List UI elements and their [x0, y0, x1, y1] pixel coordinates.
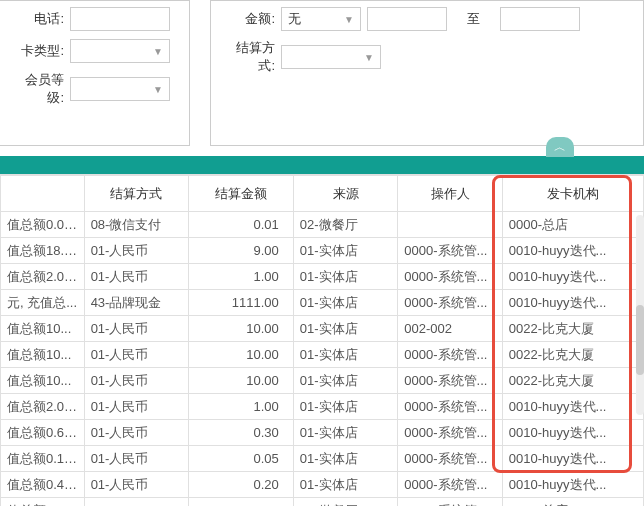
- cell-source: 01-实体店: [293, 290, 398, 316]
- table-row[interactable]: 值总额59...02-微餐厅0000-系统管...0000-总店: [1, 498, 644, 507]
- cell-method: 01-人民币: [84, 342, 189, 368]
- cell-source: 01-实体店: [293, 472, 398, 498]
- cell-operator: 0000-系统管...: [398, 264, 503, 290]
- col-header-desc[interactable]: [1, 176, 85, 212]
- cell-amount: 0.05: [189, 446, 294, 472]
- cell-source: 01-实体店: [293, 316, 398, 342]
- table-row[interactable]: 值总额2.00元01-人民币1.0001-实体店0000-系统管...0010-…: [1, 394, 644, 420]
- cell-amount: 10.00: [189, 368, 294, 394]
- phone-label: 电话:: [10, 10, 70, 28]
- cell-desc: 值总额0.04元: [1, 212, 85, 238]
- cell-desc: 元, 充值总...: [1, 290, 85, 316]
- filter-panel-right: 金额: 无 ▼ 至 结算方式: ▼: [210, 0, 644, 146]
- cell-desc: 值总额10...: [1, 316, 85, 342]
- cell-issuer: 0000-总店: [502, 498, 643, 507]
- cell-amount: [189, 498, 294, 507]
- cell-source: 01-实体店: [293, 238, 398, 264]
- cell-issuer: 0010-huyy迭代...: [502, 238, 643, 264]
- phone-input[interactable]: [70, 7, 170, 31]
- table-row[interactable]: 元, 充值总...43-品牌现金1111.0001-实体店0000-系统管...…: [1, 290, 644, 316]
- cell-operator: 0000-系统管...: [398, 394, 503, 420]
- settle-method-select[interactable]: ▼: [281, 45, 381, 69]
- cell-source: 01-实体店: [293, 368, 398, 394]
- table-row[interactable]: 值总额10...01-人民币10.0001-实体店0000-系统管...0022…: [1, 368, 644, 394]
- cell-operator: 0000-系统管...: [398, 290, 503, 316]
- chevron-up-icon: ︿: [554, 139, 566, 156]
- cell-issuer: 0010-huyy迭代...: [502, 290, 643, 316]
- cell-method: 43-品牌现金: [84, 290, 189, 316]
- cell-operator: 0000-系统管...: [398, 446, 503, 472]
- cell-amount: 0.20: [189, 472, 294, 498]
- cell-desc: 值总额18.0...: [1, 238, 85, 264]
- table-wrap: 结算方式 结算金额 来源 操作人 发卡机构 值总额0.04元08-微信支付0.0…: [0, 174, 644, 506]
- cell-amount: 1.00: [189, 394, 294, 420]
- scrollbar-thumb[interactable]: [636, 305, 644, 375]
- col-header-method[interactable]: 结算方式: [84, 176, 189, 212]
- cell-amount: 1.00: [189, 264, 294, 290]
- cell-operator: 0000-系统管...: [398, 342, 503, 368]
- col-header-issuer[interactable]: 发卡机构: [502, 176, 643, 212]
- cell-desc: 值总额0.40元: [1, 472, 85, 498]
- member-level-select[interactable]: ▼: [70, 77, 170, 101]
- cell-method: [84, 498, 189, 507]
- section-bar: ︿: [0, 156, 644, 174]
- cell-method: 01-人民币: [84, 238, 189, 264]
- amount-to-label: 至: [467, 10, 480, 28]
- cell-operator: 0000-系统管...: [398, 420, 503, 446]
- cell-method: 01-人民币: [84, 316, 189, 342]
- cell-source: 02-微餐厅: [293, 212, 398, 238]
- data-table: 结算方式 结算金额 来源 操作人 发卡机构 值总额0.04元08-微信支付0.0…: [0, 175, 644, 506]
- chevron-down-icon: ▼: [153, 84, 163, 95]
- cell-amount: 10.00: [189, 316, 294, 342]
- card-type-select[interactable]: ▼: [70, 39, 170, 63]
- cell-source: 01-实体店: [293, 446, 398, 472]
- cell-desc: 值总额10...: [1, 342, 85, 368]
- cell-operator: 0000-系统管...: [398, 238, 503, 264]
- cell-desc: 值总额10...: [1, 368, 85, 394]
- settle-method-label: 结算方式:: [221, 39, 281, 75]
- cell-source: 02-微餐厅: [293, 498, 398, 507]
- amount-mode-select[interactable]: 无 ▼: [281, 7, 361, 31]
- amount-mode-value: 无: [288, 10, 301, 28]
- cell-issuer: 0010-huyy迭代...: [502, 394, 643, 420]
- table-row[interactable]: 值总额0.40元01-人民币0.2001-实体店0000-系统管...0010-…: [1, 472, 644, 498]
- table-row[interactable]: 值总额18.0...01-人民币9.0001-实体店0000-系统管...001…: [1, 238, 644, 264]
- cell-method: 01-人民币: [84, 472, 189, 498]
- collapse-button[interactable]: ︿: [546, 137, 574, 157]
- cell-operator: 0000-系统管...: [398, 498, 503, 507]
- cell-issuer: 0010-huyy迭代...: [502, 446, 643, 472]
- table-row[interactable]: 值总额0.10元01-人民币0.0501-实体店0000-系统管...0010-…: [1, 446, 644, 472]
- chevron-down-icon: ▼: [153, 46, 163, 57]
- cell-method: 08-微信支付: [84, 212, 189, 238]
- cell-desc: 值总额0.60元: [1, 420, 85, 446]
- filter-panel-left: 电话: 卡类型: ▼ 会员等级: ▼: [0, 0, 190, 146]
- col-header-amount[interactable]: 结算金额: [189, 176, 294, 212]
- chevron-down-icon: ▼: [344, 14, 354, 25]
- cell-issuer: 0022-比克大厦: [502, 342, 643, 368]
- cell-operator: 0000-系统管...: [398, 472, 503, 498]
- col-header-operator[interactable]: 操作人: [398, 176, 503, 212]
- cell-amount: 0.30: [189, 420, 294, 446]
- cell-issuer: 0022-比克大厦: [502, 368, 643, 394]
- cell-operator: [398, 212, 503, 238]
- cell-operator: 0000-系统管...: [398, 368, 503, 394]
- cell-desc: 值总额2.00元: [1, 264, 85, 290]
- cell-issuer: 0000-总店: [502, 212, 643, 238]
- table-row[interactable]: 值总额10...01-人民币10.0001-实体店002-0020022-比克大…: [1, 316, 644, 342]
- cell-issuer: 0022-比克大厦: [502, 316, 643, 342]
- table-row[interactable]: 值总额0.60元01-人民币0.3001-实体店0000-系统管...0010-…: [1, 420, 644, 446]
- table-row[interactable]: 值总额2.00元01-人民币1.0001-实体店0000-系统管...0010-…: [1, 264, 644, 290]
- vertical-scrollbar[interactable]: [636, 215, 644, 415]
- table-row[interactable]: 值总额0.04元08-微信支付0.0102-微餐厅0000-总店: [1, 212, 644, 238]
- table-row[interactable]: 值总额10...01-人民币10.0001-实体店0000-系统管...0022…: [1, 342, 644, 368]
- col-header-source[interactable]: 来源: [293, 176, 398, 212]
- card-type-label: 卡类型:: [10, 42, 70, 60]
- amount-label: 金额:: [221, 10, 281, 28]
- amount-from-input[interactable]: [367, 7, 447, 31]
- cell-source: 01-实体店: [293, 420, 398, 446]
- cell-operator: 002-002: [398, 316, 503, 342]
- cell-amount: 9.00: [189, 238, 294, 264]
- cell-desc: 值总额59...: [1, 498, 85, 507]
- cell-amount: 10.00: [189, 342, 294, 368]
- amount-to-input[interactable]: [500, 7, 580, 31]
